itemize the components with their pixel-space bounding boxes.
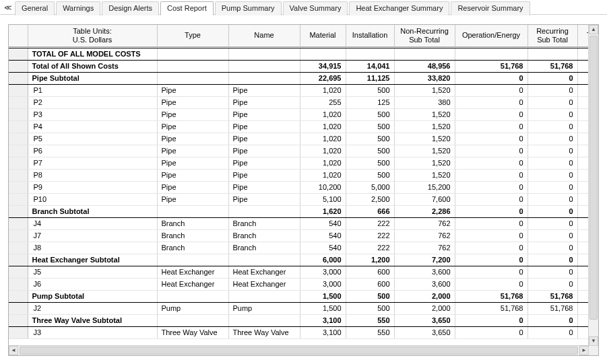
row-name[interactable]: Branch [228, 229, 300, 242]
row-type[interactable]: Pipe [157, 120, 228, 133]
row-selector[interactable] [9, 120, 28, 133]
row-selector[interactable] [9, 193, 28, 205]
row-type[interactable]: Pipe [157, 84, 228, 96]
total-shown-total[interactable]: 100,724 [577, 60, 589, 72]
row-subtotal[interactable]: Pump Subtotal1,5005002,00051,76851,76853… [9, 290, 589, 302]
row-label[interactable]: J7 [28, 229, 157, 242]
table-row[interactable]: J4BranchBranch54022276200762 [9, 217, 589, 229]
row-selector[interactable] [9, 205, 28, 217]
subtotal-label[interactable]: Branch Subtotal [28, 205, 157, 217]
row-type[interactable]: Branch [157, 242, 228, 254]
horizontal-scrollbar[interactable]: ◄ ► [9, 345, 589, 355]
table-row[interactable]: J6Heat ExchangerHeat Exchanger3,0006003,… [9, 278, 589, 290]
tab-design-alerts[interactable]: Design Alerts [102, 1, 159, 15]
total-shown-material[interactable]: 34,915 [300, 60, 346, 72]
col-material[interactable]: Material [300, 25, 346, 46]
col-selector[interactable] [9, 25, 28, 46]
row-selector[interactable] [9, 229, 28, 242]
subtotal-label[interactable]: Three Way Valve Subtotal [28, 314, 157, 326]
row-selector[interactable] [9, 181, 28, 193]
scroll-left-icon[interactable]: ◄ [9, 346, 18, 355]
row-label[interactable]: J2 [28, 302, 157, 314]
col-units[interactable]: Table Units: U.S. Dollars [28, 25, 157, 46]
row-label[interactable]: J3 [28, 326, 157, 338]
vertical-scrollbar[interactable]: ▲ ▼ [588, 25, 598, 346]
row-name[interactable]: Pipe [228, 96, 300, 108]
row-name[interactable]: Branch [228, 217, 300, 229]
table-row[interactable]: P2PipePipe25512538000380 [9, 96, 589, 108]
row-selector[interactable] [9, 290, 28, 302]
tab-warnings[interactable]: Warnings [56, 1, 100, 15]
row-name[interactable]: Pipe [228, 133, 300, 145]
row-selector[interactable] [9, 84, 28, 96]
row-selector[interactable] [9, 108, 28, 120]
col-op-energy[interactable]: Operation/Energy [455, 25, 528, 46]
total-shown-open[interactable]: 51,768 [455, 60, 528, 72]
tab-heat-exchanger-summary[interactable]: Heat Exchanger Summary [349, 1, 449, 15]
row-name[interactable]: Heat Exchanger [228, 266, 300, 278]
row-subtotal[interactable]: Three Way Valve Subtotal3,1005503,650003… [9, 314, 589, 326]
row-selector[interactable] [9, 266, 28, 278]
row-selector[interactable] [9, 145, 28, 157]
row-name[interactable]: Heat Exchanger [228, 278, 300, 290]
table-row[interactable]: P4PipePipe1,0205001,520001,520 [9, 120, 589, 133]
table-row[interactable]: P3PipePipe1,0205001,520001,520 [9, 108, 589, 120]
col-total[interactable]: TOTAL [577, 25, 589, 46]
row-type[interactable]: Pipe [157, 145, 228, 157]
row-name[interactable]: Three Way Valve [228, 326, 300, 338]
row-type[interactable]: Pipe [157, 133, 228, 145]
row-name[interactable]: Pipe [228, 169, 300, 181]
table-row[interactable]: J3Three Way ValveThree Way Valve3,100550… [9, 326, 589, 338]
row-label[interactable]: J5 [28, 266, 157, 278]
row-name[interactable]: Pipe [228, 145, 300, 157]
row-label[interactable]: P2 [28, 96, 157, 108]
total-shown-rst[interactable]: 51,768 [528, 60, 577, 72]
row-name[interactable]: Pipe [228, 120, 300, 133]
row-type[interactable]: Pipe [157, 108, 228, 120]
collapse-icon[interactable]: ≪ [3, 3, 13, 12]
total-shown-label[interactable]: Total of All Shown Costs [28, 60, 157, 72]
scroll-down-icon[interactable]: ▼ [589, 336, 598, 346]
table-row[interactable]: P8PipePipe1,0205001,520001,520 [9, 169, 589, 181]
row-label[interactable]: J8 [28, 242, 157, 254]
cost-table[interactable]: Table Units: U.S. Dollars Type Name Mate… [9, 25, 589, 339]
row-subtotal[interactable]: Pipe Subtotal22,69511,12533,8200033,820 [9, 72, 589, 84]
row-label[interactable]: P10 [28, 193, 157, 205]
table-row[interactable]: J2PumpPump1,5005002,00051,76851,76853,76… [9, 302, 589, 314]
row-label[interactable]: J4 [28, 217, 157, 229]
row-type[interactable]: Pipe [157, 96, 228, 108]
total-shown-installation[interactable]: 14,041 [346, 60, 394, 72]
row-selector[interactable] [9, 157, 28, 169]
row-subtotal[interactable]: Heat Exchanger Subtotal6,0001,2007,20000… [9, 254, 589, 266]
table-row[interactable]: P10PipePipe5,1002,5007,600007,600 [9, 193, 589, 205]
tab-pump-summary[interactable]: Pump Summary [215, 1, 282, 15]
total-model-label[interactable]: TOTAL OF ALL MODEL COSTS [28, 48, 157, 60]
total-model-total[interactable]: 100,724 [577, 48, 589, 60]
col-type[interactable]: Type [157, 25, 228, 46]
row-total-shown[interactable]: Total of All Shown Costs34,91514,04148,9… [9, 60, 589, 72]
table-row[interactable]: J5Heat ExchangerHeat Exchanger3,0006003,… [9, 266, 589, 278]
row-selector[interactable] [9, 72, 28, 84]
row-label[interactable]: P9 [28, 181, 157, 193]
row-name[interactable]: Branch [228, 242, 300, 254]
row-label[interactable]: P1 [28, 84, 157, 96]
row-subtotal[interactable]: Branch Subtotal1,6206662,286002,286 [9, 205, 589, 217]
table-row[interactable]: P1PipePipe1,0205001,520001,520 [9, 84, 589, 96]
row-name[interactable]: Pipe [228, 193, 300, 205]
scroll-right-icon[interactable]: ► [579, 346, 589, 355]
row-label[interactable]: J6 [28, 278, 157, 290]
row-type[interactable]: Pipe [157, 181, 228, 193]
table-row[interactable]: P6PipePipe1,0205001,520001,520 [9, 145, 589, 157]
row-type[interactable]: Branch [157, 217, 228, 229]
row-selector[interactable] [9, 96, 28, 108]
row-selector[interactable] [9, 169, 28, 181]
row-label[interactable]: P8 [28, 169, 157, 181]
row-type[interactable]: Pipe [157, 193, 228, 205]
row-selector[interactable] [9, 278, 28, 290]
table-row[interactable]: P9PipePipe10,2005,00015,2000015,200 [9, 181, 589, 193]
table-row[interactable]: P5PipePipe1,0205001,520001,520 [9, 133, 589, 145]
row-selector[interactable] [9, 302, 28, 314]
row-selector[interactable] [9, 60, 28, 72]
row-label[interactable]: P5 [28, 133, 157, 145]
row-label[interactable]: P3 [28, 108, 157, 120]
